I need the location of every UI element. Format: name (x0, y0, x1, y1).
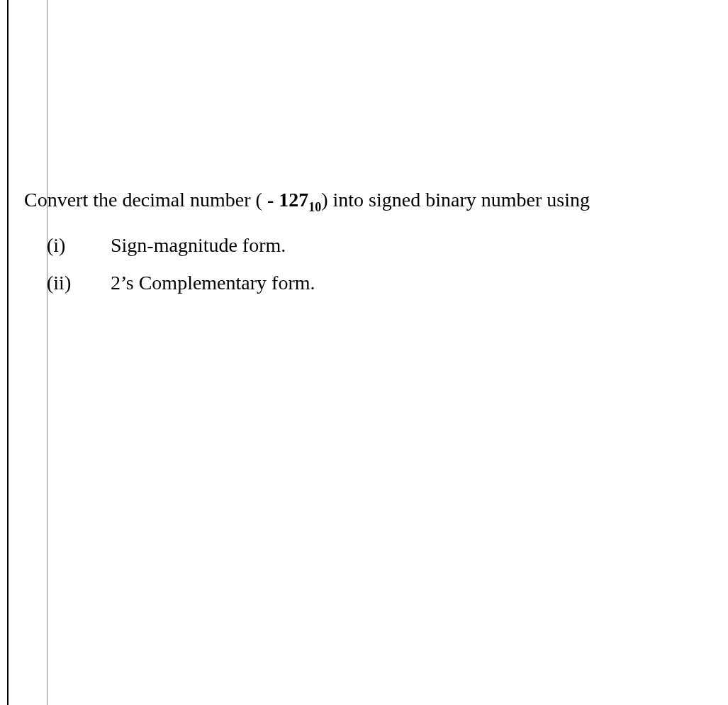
option-label-1: (i) (47, 230, 111, 262)
option-text-1: Sign-magnitude form. (111, 230, 728, 262)
option-row: (ii) 2’s Complementary form. (47, 267, 728, 299)
question-subscript: 10 (308, 200, 321, 214)
page-inner-border (47, 0, 728, 705)
option-row: (i) Sign-magnitude form. (47, 230, 728, 262)
question-prefix: Convert the decimal number ( (24, 189, 262, 211)
option-text-2: 2’s Complementary form. (111, 267, 728, 299)
page-left-border: Convert the decimal number ( - 12710) in… (7, 0, 728, 705)
option-label-2: (ii) (47, 267, 111, 299)
question-content: Convert the decimal number ( - 12710) in… (24, 184, 728, 305)
question-text: Convert the decimal number ( - 12710) in… (24, 184, 728, 217)
question-suffix: ) into signed binary number using (321, 189, 590, 211)
question-number: - 127 (262, 189, 308, 211)
